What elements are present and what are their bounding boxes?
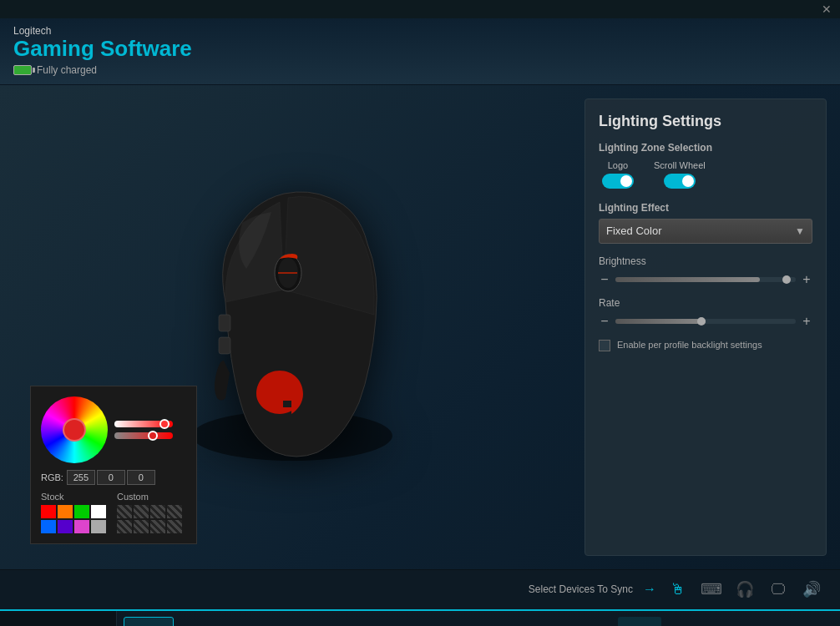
color-wheel[interactable] [41,396,108,463]
custom-swatch-5[interactable] [117,520,132,533]
swatch-orange[interactable] [58,505,73,518]
sync-bar: Select Devices To Sync → 🖱 ⌨ 🎧 🖵 🔊 [0,569,840,609]
custom-swatch-1[interactable] [117,505,132,518]
color-picker-panel: RGB: Stock [30,386,197,544]
close-button[interactable]: ✕ [818,3,835,16]
sync-headset-icon[interactable]: 🎧 [733,578,757,601]
lighting-panel-title: Lighting Settings [599,113,812,130]
zone-selection-label: Lighting Zone Selection [599,142,812,154]
rate-plus-button[interactable]: + [801,314,812,329]
nav-lighting-button[interactable]: 💡 [483,617,526,626]
hue-slider[interactable] [114,421,173,427]
sync-speaker-icon[interactable]: 🔊 [800,578,823,601]
rate-slider-fill [615,319,706,324]
sync-keyboard-icon[interactable]: ⌨ [700,578,723,601]
brightness-slider-row: − + [599,272,812,287]
brightness-plus-button[interactable]: + [801,272,812,287]
brightness-slider-track[interactable] [615,277,796,282]
scroll-wheel-zone-label: Scroll Wheel [654,160,706,170]
custom-swatch-6[interactable] [134,520,149,533]
mouse-area: RGB: Stock [0,85,584,569]
title-bar: ✕ [0,0,840,18]
swatch-purple[interactable] [58,520,73,533]
svg-rect-4 [219,337,230,354]
hue-slider-thumb [159,419,170,429]
taskbar-devices: 🖱 ▶ G [117,611,258,626]
taskbar-device-active-mouse[interactable]: 🖱 [124,617,174,626]
rate-slider-track[interactable] [615,319,796,324]
scroll-wheel-toggle[interactable] [664,174,696,189]
nav-help-button[interactable]: ? [753,617,797,626]
svg-rect-3 [219,315,230,331]
rate-minus-button[interactable]: − [599,314,610,329]
stock-swatch-grid [41,505,110,533]
per-profile-row: Enable per profile backlight settings [599,339,812,351]
rate-slider-row: − + [599,314,812,329]
rate-label: Rate [599,297,812,309]
lighting-effect-label: Lighting Effect [599,202,812,214]
nav-home-button[interactable]: 🏠 [302,617,346,626]
swatch-white[interactable] [91,505,106,518]
main-area: RGB: Stock [0,85,840,569]
nav-settings-button[interactable]: ⚙ [708,617,751,626]
nav-assignments-button[interactable]: ⚙ [392,617,436,626]
swatch-gray[interactable] [91,520,106,533]
brightness-slider-thumb [782,275,791,284]
nav-battery-button[interactable]: 🔋 [528,617,571,626]
swatches-row: Stock Custom [41,492,186,533]
custom-swatch-7[interactable] [150,520,165,533]
app-title: Gaming Software [13,37,827,61]
custom-swatch-8[interactable] [167,520,182,533]
green-input[interactable] [97,470,125,485]
swatch-red[interactable] [41,505,56,518]
brightness-label: Brightness [599,255,812,267]
header: Logitech Gaming Software Fully charged [0,18,840,85]
taskbar-brand: logitech G [0,611,117,626]
red-input[interactable] [67,470,95,485]
per-profile-checkbox[interactable] [599,340,610,351]
battery-row: Fully charged [13,64,827,76]
taskbar-device-g-mouse[interactable]: G [201,617,251,626]
custom-swatch-grid [117,505,186,533]
nav-performance-button[interactable]: ⚡ [663,617,706,626]
custom-label: Custom [117,492,186,502]
custom-swatch-4[interactable] [167,505,182,518]
sync-label: Select Devices To Sync [529,583,633,595]
taskbar: logitech G 🖱 ▶ G 🏠 ✦ ⚙ ↖ 💡 [0,609,840,626]
per-profile-label: Enable per profile backlight settings [617,339,762,351]
swatch-pink[interactable] [74,520,89,533]
nav-color-button[interactable]: 🎨 [618,617,661,626]
stock-swatches-section: Stock [41,492,110,533]
custom-swatch-3[interactable] [150,505,165,518]
nav-effects-button[interactable]: ✦ [347,617,391,626]
stock-label: Stock [41,492,110,502]
nav-pointer-button[interactable]: ↖ [438,617,481,626]
swatch-green[interactable] [74,505,89,518]
scroll-wheel-toggle-item: Scroll Wheel [654,160,706,189]
custom-swatches-section: Custom [117,492,186,533]
brand-logitech: Logitech [13,25,827,37]
logo-toggle-knob [620,175,632,187]
sync-mouse-icon[interactable]: 🖱 [666,578,690,601]
color-wheel-inner [63,418,86,442]
custom-swatch-2[interactable] [134,505,149,518]
lighting-effect-dropdown[interactable]: Fixed Color ▼ [599,219,812,244]
battery-icon [13,65,32,75]
zone-toggles: Logo Scroll Wheel [599,160,812,189]
brightness-minus-button[interactable]: − [599,272,610,287]
swatch-blue[interactable] [41,520,56,533]
sat-slider-thumb [148,431,158,441]
sync-screen-icon[interactable]: 🖵 [767,578,790,601]
dropdown-arrow-icon: ▼ [795,225,805,237]
logo-zone-label: Logo [608,160,628,170]
nav-onboard-button[interactable]: 🌐 [573,617,616,626]
sync-arrow-icon: → [643,582,656,597]
scroll-wheel-toggle-knob [682,175,694,187]
logo-toggle[interactable] [602,174,634,189]
color-wheel-area [41,396,186,463]
rgb-row: RGB: [41,470,186,485]
color-sliders [114,421,186,439]
saturation-slider[interactable] [114,432,173,439]
logo-toggle-item: Logo [602,160,634,189]
blue-input[interactable] [127,470,155,485]
